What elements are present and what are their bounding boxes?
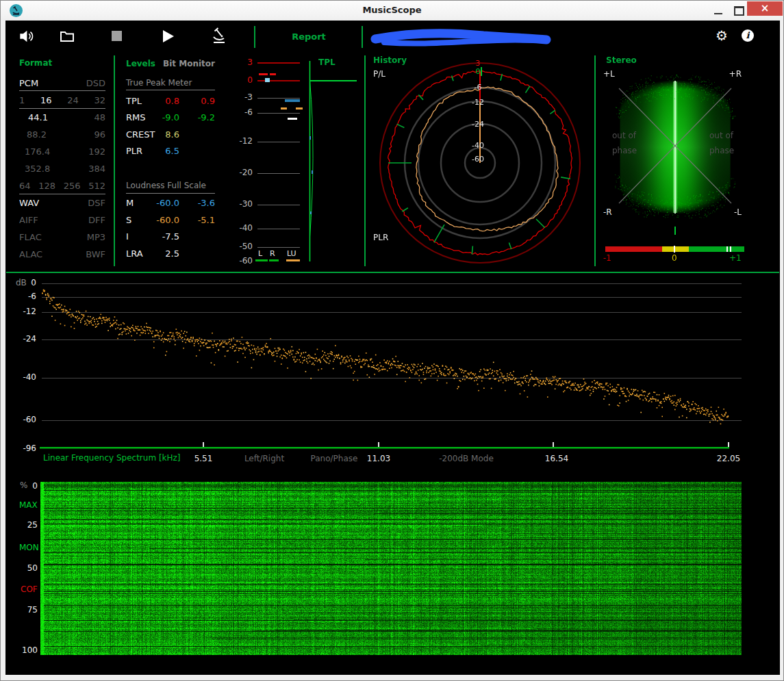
plr-value: 6.5 bbox=[155, 146, 179, 157]
mode-pano-phase[interactable]: Pano/Phase bbox=[309, 454, 359, 463]
bit-depth-32: 32 bbox=[94, 95, 105, 106]
open-file-button[interactable] bbox=[60, 29, 75, 46]
level-row-tpl: TPL 0.8 0.9 bbox=[126, 96, 215, 107]
play-button[interactable] bbox=[162, 29, 175, 46]
levels-panel-title: Levels bbox=[126, 59, 155, 68]
meter-tick: -50 bbox=[227, 242, 253, 251]
meter-line bbox=[257, 205, 300, 205]
i-label: I bbox=[126, 231, 155, 242]
sg-tick-25: 25 bbox=[12, 520, 38, 530]
tpl-value-left: 0.8 bbox=[155, 96, 179, 107]
mode-200db[interactable]: -200dB Mode bbox=[435, 454, 498, 463]
meter-line bbox=[257, 247, 300, 248]
rate-48: 48 bbox=[94, 112, 105, 123]
close-button[interactable]: × bbox=[747, 1, 783, 16]
file-flac: FLAC bbox=[19, 232, 42, 243]
history-scale-m24: -24 bbox=[464, 120, 492, 129]
meter-line bbox=[257, 62, 300, 64]
s-value-left: -60.0 bbox=[155, 215, 179, 226]
history-scale-0: 0 bbox=[464, 67, 492, 76]
rms-label: RMS bbox=[126, 112, 155, 123]
loudness-row-m: M -60.0 -3.6 bbox=[126, 198, 215, 209]
format-panel-title: Format bbox=[19, 58, 52, 68]
divider bbox=[19, 90, 105, 91]
lra-value: 2.5 bbox=[155, 248, 179, 259]
out-of-phase-left: phase bbox=[612, 146, 637, 155]
censor-scribble bbox=[367, 25, 555, 47]
correlation-max-label: +1 bbox=[729, 253, 742, 263]
rate-row: 176.4 192 bbox=[19, 146, 105, 157]
toolbar-divider bbox=[254, 26, 255, 48]
channel-lu-label: LU bbox=[287, 249, 296, 258]
l-channel-bar bbox=[255, 259, 268, 261]
cof-marker[interactable]: COF bbox=[21, 584, 38, 594]
section-divider bbox=[6, 272, 779, 273]
channel-r-label: R bbox=[270, 249, 275, 258]
dsd-128: 128 bbox=[38, 181, 55, 192]
rate-192: 192 bbox=[88, 146, 105, 157]
freq-tick-5-51: 5.51 bbox=[187, 454, 220, 463]
meter-line bbox=[257, 80, 300, 81]
crest-value: 8.6 bbox=[155, 129, 179, 140]
max-marker[interactable]: MAX bbox=[19, 500, 38, 510]
loudness-row-lra: LRA 2.5 bbox=[126, 248, 215, 259]
file-bwf: BWF bbox=[86, 249, 105, 260]
db-tick: -60 bbox=[10, 415, 36, 424]
file-mp3: MP3 bbox=[87, 232, 105, 243]
info-button[interactable]: i bbox=[742, 29, 754, 42]
db-tick: 0 bbox=[10, 278, 36, 287]
tpl-value-right: 0.9 bbox=[179, 96, 215, 107]
meter-tick: -12 bbox=[227, 136, 253, 146]
file-wav: WAV bbox=[19, 198, 39, 209]
rate-row: 352.8 384 bbox=[19, 164, 105, 175]
file-dsf: DSF bbox=[88, 198, 105, 209]
plr-history-label: PLR bbox=[373, 233, 388, 242]
settings-button[interactable]: ⚙ bbox=[716, 29, 728, 42]
tab-bit-monitor[interactable]: Bit Monitor bbox=[160, 59, 215, 68]
microscope-icon bbox=[210, 27, 227, 44]
rate-384: 384 bbox=[88, 164, 105, 175]
maximize-button[interactable] bbox=[729, 4, 747, 16]
lu-channel-bar bbox=[286, 259, 300, 261]
sg-tick-0: 0 bbox=[12, 481, 38, 491]
bit-depth-row: 1 16 24 32 bbox=[19, 95, 105, 106]
correlation-value-tick bbox=[726, 246, 728, 252]
mode-left-right[interactable]: Left/Right bbox=[242, 454, 287, 463]
crest-label: CREST bbox=[126, 129, 155, 140]
db-tick: -24 bbox=[10, 334, 36, 344]
rate-88-2: 88.2 bbox=[27, 129, 47, 140]
toolbar-divider bbox=[362, 26, 363, 48]
r-channel-bar bbox=[269, 259, 279, 261]
dsd-rate-row: 64 128 256 512 bbox=[19, 181, 105, 192]
plr-label: PLR bbox=[126, 146, 155, 157]
play-icon bbox=[162, 29, 175, 43]
panel-divider bbox=[364, 55, 366, 266]
codec-pcm: PCM bbox=[19, 78, 38, 89]
report-button[interactable]: Report bbox=[288, 31, 329, 42]
tpl-peak-mark bbox=[270, 73, 276, 75]
freq-tick-22-05: 22.05 bbox=[712, 454, 745, 463]
divider bbox=[19, 108, 105, 109]
bit-depth-24: 24 bbox=[67, 95, 79, 106]
minimize-button[interactable] bbox=[710, 6, 728, 17]
rate-96: 96 bbox=[94, 129, 105, 140]
window-title: MusicScope bbox=[1, 5, 783, 15]
rate-row: 88.2 96 bbox=[19, 129, 105, 140]
mon-marker[interactable]: MON bbox=[19, 543, 39, 552]
out-of-phase-left: out of bbox=[612, 131, 636, 140]
meter-tick: 3 bbox=[227, 57, 253, 67]
spectrum-axis-title: Linear Frequency Spectrum [kHz] bbox=[43, 453, 181, 463]
corner-plus-l: +L bbox=[603, 69, 615, 79]
divider bbox=[19, 194, 105, 194]
correlation-bar-zero bbox=[662, 246, 689, 252]
m-value-left: -60.0 bbox=[155, 198, 179, 209]
file-aiff: AIFF bbox=[19, 215, 38, 226]
file-row: ALAC BWF bbox=[19, 249, 105, 260]
analyze-button[interactable] bbox=[210, 27, 227, 47]
meter-line bbox=[257, 229, 300, 229]
volume-button[interactable] bbox=[18, 29, 34, 47]
stop-button[interactable] bbox=[112, 31, 122, 41]
correlation-zero-tick bbox=[674, 246, 675, 253]
rate-row: 44.1 48 bbox=[19, 112, 105, 123]
divider bbox=[126, 193, 215, 194]
